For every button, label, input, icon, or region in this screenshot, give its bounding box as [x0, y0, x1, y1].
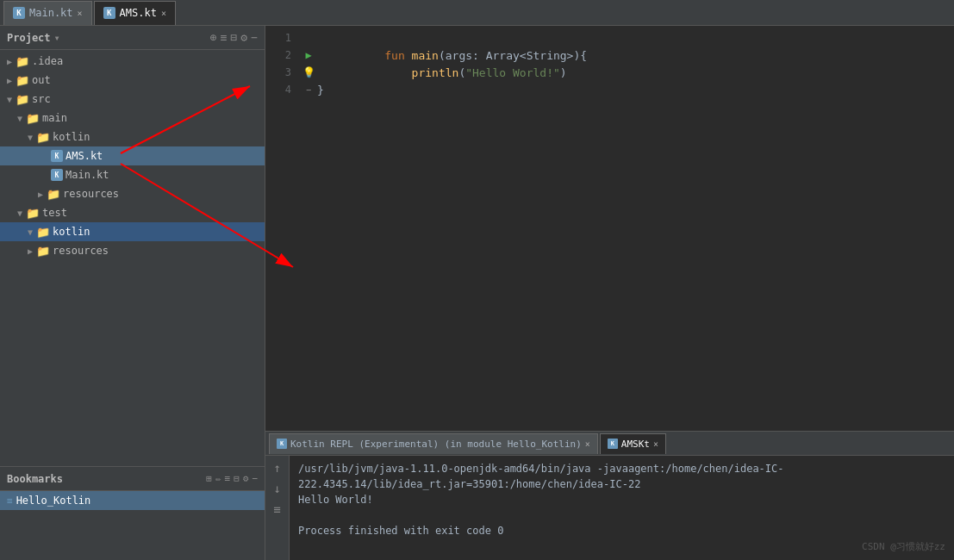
sort-icon[interactable]: ≡	[221, 31, 228, 44]
code-editor[interactable]: 1 2 ▶ fun main(args: Array<String>){ 3 💡	[265, 26, 954, 431]
tree-test[interactable]: 📁 test	[0, 203, 265, 222]
kt-icon: K	[13, 7, 25, 19]
bookmark-split-icon[interactable]: ⊟	[234, 473, 240, 484]
bookmark-settings-icon[interactable]: ⚙	[243, 473, 249, 484]
right-area: 1 2 ▶ fun main(args: Array<String>){ 3 💡	[265, 26, 954, 560]
tab-main-kt-close[interactable]: ×	[78, 9, 83, 18]
locate-icon[interactable]: ⊕	[210, 31, 217, 44]
tab-ams-kt-label: AMS.kt	[120, 7, 157, 19]
bookmarks-actions: ⊞ ✏ ≡ ⊟ ⚙ −	[206, 473, 258, 484]
kt-file-icon: K	[51, 150, 63, 162]
arrow-icon	[28, 133, 33, 142]
bookmarks-header: Bookmarks ⊞ ✏ ≡ ⊟ ⚙ −	[0, 467, 265, 491]
scroll-down-btn[interactable]: ↓	[271, 480, 282, 497]
tree-main[interactable]: 📁 main	[0, 109, 265, 128]
tree-kotlin-main-label: kotlin	[53, 131, 90, 143]
code-line-3: 3 💡 println("Hello World!")	[265, 64, 954, 81]
file-tree: 📁 .idea 📁 out 📁 src 📁 main	[0, 50, 265, 466]
tab-ams-kt-close[interactable]: ×	[161, 9, 166, 18]
bottom-panel: K Kotlin REPL (Experimental) (in module …	[265, 431, 954, 560]
project-label: Project	[7, 32, 51, 44]
tree-kotlin-test[interactable]: 📁 kotlin	[0, 222, 265, 241]
fn-println: println	[412, 66, 459, 79]
console-line-1-text: /usr/lib/jvm/java-1.11.0-openjdk-amd64/b…	[298, 463, 784, 490]
arrow-icon	[38, 190, 43, 199]
console-line-1: /usr/lib/jvm/java-1.11.0-openjdk-amd64/b…	[298, 461, 945, 492]
chevron-down-icon[interactable]: ▾	[54, 32, 60, 44]
line-number-3: 3	[265, 66, 300, 78]
bookmarks-panel: Bookmarks ⊞ ✏ ≡ ⊟ ⚙ − ≡ Hello_Kotlin	[0, 466, 265, 560]
tree-out[interactable]: 📁 out	[0, 71, 265, 90]
indent-spaces	[384, 66, 411, 79]
tab-main-kt-label: Main.kt	[29, 7, 73, 19]
line-gutter-2: ▶	[300, 49, 317, 61]
tree-src-label: src	[32, 93, 51, 105]
folder-blue-icon: 📁	[36, 226, 50, 239]
kt-icon-amskt: K	[608, 439, 618, 449]
tree-resources-main[interactable]: 📁 resources	[0, 184, 265, 203]
settings-icon[interactable]: ⚙	[240, 31, 247, 44]
tree-resources-test[interactable]: 📁 resources	[0, 241, 265, 260]
main-layout: Project ▾ ⊕ ≡ ⊟ ⚙ − 📁 .idea 📁	[0, 26, 954, 560]
fold-icon[interactable]: −	[306, 85, 311, 95]
tree-ams-kt[interactable]: K AMS.kt	[0, 146, 265, 165]
tab-bar: K Main.kt × K AMS.kt ×	[0, 0, 954, 26]
folder-blue-icon: 📁	[36, 131, 50, 144]
tree-idea[interactable]: 📁 .idea	[0, 52, 265, 71]
tree-resources-main-label: resources	[63, 188, 119, 200]
tab-ams-kt[interactable]: K AMS.kt ×	[94, 1, 176, 25]
minimize-icon[interactable]: −	[251, 31, 258, 44]
line-number-2: 2	[265, 49, 300, 61]
folder-icon: 📁	[16, 74, 29, 87]
bookmark-edit-icon[interactable]: ✏	[215, 473, 221, 484]
console-output: /usr/lib/jvm/java-1.11.0-openjdk-amd64/b…	[290, 456, 954, 560]
tree-main-label: main	[42, 112, 67, 124]
bookmark-hello-kotlin[interactable]: ≡ Hello_Kotlin	[0, 491, 265, 510]
run-icon[interactable]: ▶	[305, 49, 311, 61]
tree-main-kt[interactable]: K Main.kt	[0, 165, 265, 184]
lines-btn[interactable]: ≡	[271, 501, 282, 518]
arrow-icon	[7, 76, 12, 85]
project-panel-header: Project ▾ ⊕ ≡ ⊟ ⚙ −	[0, 26, 265, 50]
arrow-icon	[7, 95, 12, 104]
str-hello: "Hello World!"	[465, 66, 560, 79]
split-icon[interactable]: ⊟	[231, 31, 238, 44]
scroll-up-btn[interactable]: ↑	[271, 459, 282, 476]
watermark-text: CSDN @习惯就好zz	[862, 541, 945, 552]
bottom-tab-repl-close[interactable]: ×	[585, 439, 590, 449]
tab-main-kt[interactable]: K Main.kt ×	[3, 1, 92, 25]
console-line-2-text: Hello World!	[298, 494, 373, 506]
bottom-tab-bar: K Kotlin REPL (Experimental) (in module …	[265, 432, 954, 456]
lightbulb-icon[interactable]: 💡	[302, 66, 315, 78]
bottom-tab-amskt-close[interactable]: ×	[653, 439, 658, 449]
tree-src[interactable]: 📁 src	[0, 90, 265, 109]
kt-file-icon: K	[51, 169, 63, 181]
bookmarks-content: ≡ Hello_Kotlin	[0, 491, 265, 560]
bookmark-minimize-icon[interactable]: −	[252, 473, 258, 484]
kt-icon-repl: K	[277, 439, 287, 449]
project-panel-actions: ⊕ ≡ ⊟ ⚙ −	[210, 31, 258, 44]
paren-close: )	[560, 66, 567, 79]
tree-main-kt-label: Main.kt	[65, 169, 109, 181]
line-gutter-3: 💡	[300, 66, 317, 78]
watermark: CSDN @习惯就好zz	[862, 540, 945, 553]
console-area: ↑ ↓ ≡ /usr/lib/jvm/java-1.11.0-openjdk-a…	[265, 456, 954, 560]
bookmark-sort-icon[interactable]: ⊞	[206, 473, 212, 484]
bottom-tab-amskt[interactable]: K AMSKt ×	[600, 433, 666, 454]
tree-test-label: test	[42, 207, 67, 219]
console-line-3	[298, 507, 945, 523]
sidebar: Project ▾ ⊕ ≡ ⊟ ⚙ − 📁 .idea 📁	[0, 26, 265, 560]
arrow-icon	[7, 57, 12, 66]
folder-icon: 📁	[16, 93, 29, 106]
bookmarks-title: Bookmarks	[7, 473, 63, 485]
tree-kotlin-main[interactable]: 📁 kotlin	[0, 128, 265, 146]
tree-resources-test-label: resources	[53, 245, 109, 257]
bottom-tab-kotlin-repl[interactable]: K Kotlin REPL (Experimental) (in module …	[269, 433, 598, 454]
console-line-2: Hello World!	[298, 492, 945, 507]
bookmark-list-icon[interactable]: ≡	[225, 473, 231, 484]
arrow-icon	[28, 227, 33, 237]
folder-icon: 📁	[26, 207, 40, 220]
tree-kotlin-test-label: kotlin	[53, 226, 90, 238]
line-number-4: 4	[265, 84, 300, 96]
line-gutter-4: −	[300, 85, 317, 95]
